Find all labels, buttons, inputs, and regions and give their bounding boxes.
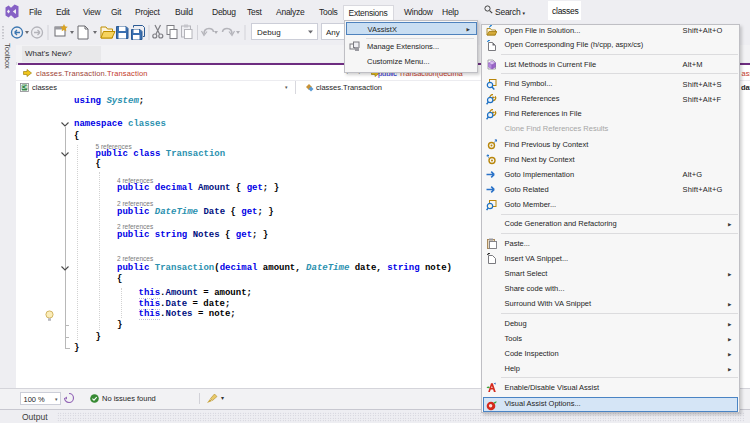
- svg-text:C#: C#: [22, 85, 28, 90]
- svg-text:Any: Any: [326, 28, 340, 37]
- svg-text:Debug: Debug: [257, 28, 281, 37]
